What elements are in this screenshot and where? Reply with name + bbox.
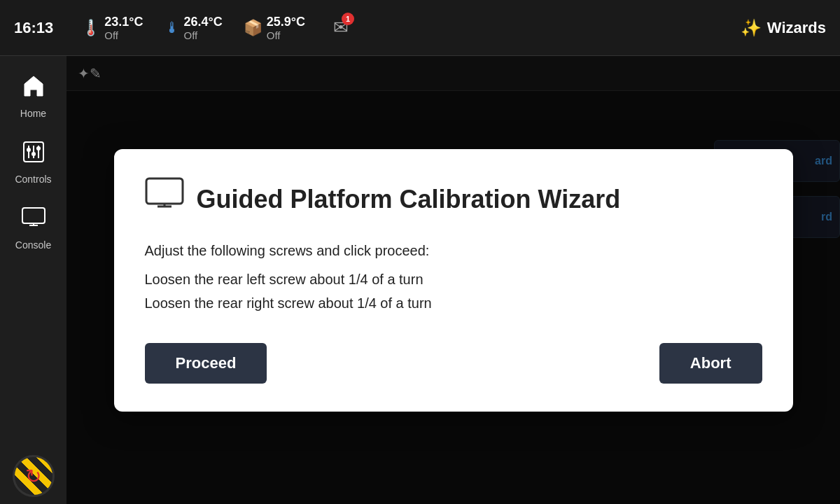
wizards-label: Wizards [767,19,826,37]
bed-icon: 🌡 [164,19,180,37]
modal-overlay: Guided Platform Calibration Wizard Adjus… [66,56,840,504]
bed-status: Off [184,29,223,41]
bed-sensor: 🌡 26.4°C Off [164,15,223,41]
hotend-sensor: 🌡️ 23.1°C Off [81,15,143,41]
sidebar: Home Controls Console ↻ [0,56,66,504]
dialog-title: Guided Platform Calibration Wizard [197,185,621,214]
hotend-status: Off [104,29,143,41]
box-icon: 📦 [244,19,262,37]
sidebar-label-controls: Controls [15,174,51,185]
topbar: 16:13 🌡️ 23.1°C Off 🌡 26.4°C Off 📦 25.9°… [0,0,840,56]
wand-icon: ✨ [741,18,762,38]
instruction-1: Loosen the rear left screw about 1/4 of … [145,267,762,291]
main-area: ✦✎ ard rd Guided Platform Calibration Wi… [66,56,840,504]
mail-badge: 1 [342,13,354,25]
dialog: Guided Platform Calibration Wizard Adjus… [114,149,793,412]
sidebar-bottom: ↻ [0,455,66,497]
mail-wrapper[interactable]: ✉ 1 [333,17,349,38]
console-icon [20,204,47,237]
box-status: Off [267,29,305,41]
svg-rect-7 [22,208,45,223]
controls-icon [20,139,47,171]
refresh-button[interactable]: ↻ [13,455,55,497]
dialog-body: Adjust the following screws and click pr… [145,243,762,259]
instruction-2: Loosen the rear right screw about 1/4 of… [145,291,762,315]
abort-button[interactable]: Abort [659,343,762,384]
proceed-button[interactable]: Proceed [145,343,267,384]
svg-rect-10 [146,178,183,204]
box-temp: 25.9°C [267,15,305,29]
dialog-buttons: Proceed Abort [145,343,762,384]
sidebar-item-controls[interactable]: Controls [0,129,66,195]
dialog-monitor-icon [145,177,184,222]
box-sensor: 📦 25.9°C Off [244,15,305,41]
bed-temp: 26.4°C [184,15,223,29]
svg-point-4 [27,148,31,152]
home-icon [20,73,47,105]
clock: 16:13 [14,19,53,37]
dialog-title-row: Guided Platform Calibration Wizard [145,177,762,222]
sidebar-item-home[interactable]: Home [0,63,66,129]
svg-point-6 [36,146,41,150]
sidebar-item-console[interactable]: Console [0,195,66,260]
hotend-temp: 23.1°C [104,15,143,29]
wizards-button[interactable]: ✨ Wizards [741,18,826,38]
refresh-icon: ↻ [25,465,41,488]
dialog-instructions: Loosen the rear left screw about 1/4 of … [145,267,762,315]
sidebar-label-console: Console [15,239,51,251]
sidebar-label-home: Home [20,108,46,119]
svg-point-5 [31,152,36,156]
hotend-icon: 🌡️ [81,19,100,37]
